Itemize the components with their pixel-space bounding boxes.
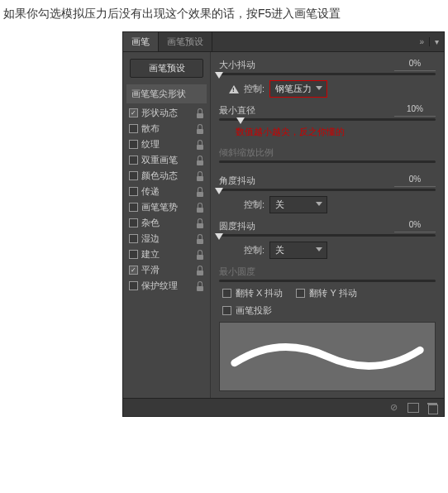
lock-icon[interactable] — [196, 281, 204, 291]
trash-icon[interactable] — [427, 403, 437, 413]
checkbox[interactable] — [129, 281, 138, 290]
sidebar-item-label: 双重画笔 — [141, 154, 193, 166]
tab-brush-presets[interactable]: 画笔预设 — [159, 32, 212, 51]
sidebar-item-5[interactable]: 传递 — [126, 184, 207, 199]
brush-tip-shape-header[interactable]: 画笔笔尖形状 — [126, 84, 207, 103]
angle-jitter-label: 角度抖动 — [219, 175, 255, 187]
sidebar-item-label: 散布 — [141, 122, 193, 135]
sidebar-item-7[interactable]: 杂色 — [126, 215, 207, 231]
size-jitter-value[interactable]: 0% — [394, 59, 436, 71]
checkbox[interactable] — [129, 250, 138, 259]
size-jitter-slider[interactable] — [219, 73, 436, 75]
roundness-jitter-value[interactable]: 0% — [394, 220, 436, 232]
tilt-scale-slider — [219, 160, 436, 163]
checkbox[interactable] — [129, 203, 138, 212]
sidebar-item-10[interactable]: ✓平滑 — [126, 262, 207, 278]
min-diameter-value[interactable]: 10% — [394, 104, 436, 117]
sidebar-item-4[interactable]: 颜色动态 — [126, 168, 207, 184]
roundness-jitter-slider[interactable] — [219, 234, 436, 237]
sidebar-item-11[interactable]: 保护纹理 — [126, 278, 207, 294]
new-preset-icon[interactable] — [407, 403, 419, 413]
flip-y-label: 翻转 Y 抖动 — [309, 287, 356, 299]
lock-icon[interactable] — [196, 250, 204, 260]
brush-projection-label: 画笔投影 — [236, 304, 272, 317]
angle-jitter-slider[interactable] — [219, 189, 436, 191]
sidebar-item-9[interactable]: 建立 — [126, 247, 207, 262]
angle-jitter-value[interactable]: 0% — [394, 175, 436, 187]
flip-x-label: 翻转 X 抖动 — [236, 287, 283, 299]
panel-titlebar: 画笔 画笔预设 » ▾ — [123, 32, 444, 52]
collapse-icon[interactable]: » — [414, 37, 429, 46]
tilt-scale-label: 倾斜缩放比例 — [219, 146, 274, 159]
sidebar-item-label: 形状动态 — [141, 107, 193, 119]
checkbox[interactable] — [129, 156, 138, 165]
checkbox[interactable] — [129, 124, 138, 133]
brush-presets-button[interactable]: 画笔预设 — [130, 59, 203, 78]
lock-icon[interactable] — [196, 140, 204, 150]
sidebar-item-label: 湿边 — [141, 232, 193, 245]
main-settings: 大小抖动0% 控制:钢笔压力 最小直径10% 数值越小越尖，反之你懂的 倾斜缩放… — [211, 52, 444, 398]
control-label-3: 控制: — [244, 244, 265, 256]
sidebar-item-8[interactable]: 湿边 — [126, 231, 207, 247]
annotation-text: 数值越小越尖，反之你懂的 — [219, 126, 436, 138]
sidebar-item-label: 保护纹理 — [141, 280, 193, 292]
lock-icon[interactable] — [196, 156, 204, 165]
sidebar-item-label: 杂色 — [141, 217, 193, 229]
sidebar: 画笔预设 画笔笔尖形状 ✓形状动态散布纹理双重画笔颜色动态传递画笔笔势杂色湿边建… — [123, 52, 211, 398]
min-roundness-slider — [219, 280, 436, 282]
sidebar-item-label: 传递 — [141, 185, 193, 198]
checkbox[interactable]: ✓ — [129, 108, 138, 117]
checkbox[interactable] — [129, 187, 138, 196]
roundness-control-select[interactable]: 关 — [269, 242, 327, 259]
lock-icon[interactable] — [196, 266, 204, 275]
control-label-2: 控制: — [244, 199, 265, 211]
lock-icon[interactable] — [196, 171, 204, 181]
checkbox[interactable] — [129, 140, 138, 149]
instruction-text: 如果你勾选模拟压力后没有出现这个效果的话，按F5进入画笔设置 — [0, 0, 448, 31]
checkbox[interactable] — [129, 218, 138, 227]
min-diameter-slider[interactable] — [219, 118, 436, 121]
angle-control-select[interactable]: 关 — [269, 196, 327, 213]
checkbox[interactable]: ✓ — [129, 266, 138, 275]
size-jitter-label: 大小抖动 — [219, 59, 255, 71]
checkbox[interactable] — [129, 171, 138, 180]
flip-y-checkbox[interactable] — [296, 289, 305, 298]
lock-icon[interactable] — [196, 203, 204, 213]
toggle-icon[interactable]: ⊘ — [388, 402, 399, 413]
sidebar-item-1[interactable]: 散布 — [126, 121, 207, 136]
flip-x-checkbox[interactable] — [222, 289, 231, 298]
lock-icon[interactable] — [196, 124, 204, 134]
control-select-pen-pressure[interactable]: 钢笔压力 — [269, 80, 327, 98]
sidebar-item-label: 建立 — [141, 248, 193, 261]
sidebar-item-label: 颜色动态 — [141, 170, 193, 182]
brush-projection-checkbox[interactable] — [222, 306, 231, 315]
lock-icon[interactable] — [196, 108, 204, 118]
min-roundness-label: 最小圆度 — [219, 266, 255, 278]
sidebar-item-3[interactable]: 双重画笔 — [126, 152, 207, 168]
sidebar-item-label: 平滑 — [141, 264, 193, 276]
lock-icon[interactable] — [196, 218, 204, 228]
control-label: 控制: — [244, 83, 265, 95]
brush-preview — [219, 322, 436, 391]
min-diameter-label: 最小直径 — [219, 104, 255, 117]
roundness-jitter-label: 圆度抖动 — [219, 220, 255, 232]
lock-icon[interactable] — [196, 234, 204, 244]
brush-panel: 画笔 画笔预设 » ▾ 画笔预设 画笔笔尖形状 ✓形状动态散布纹理双重画笔颜色动… — [122, 31, 445, 417]
warning-icon — [229, 85, 239, 93]
checkbox[interactable] — [129, 234, 138, 243]
sidebar-item-2[interactable]: 纹理 — [126, 136, 207, 152]
sidebar-item-label: 画笔笔势 — [141, 201, 193, 213]
menu-icon[interactable]: ▾ — [429, 37, 444, 46]
lock-icon[interactable] — [196, 187, 204, 197]
sidebar-item-6[interactable]: 画笔笔势 — [126, 199, 207, 215]
sidebar-item-label: 纹理 — [141, 138, 193, 151]
sidebar-item-0[interactable]: ✓形状动态 — [126, 105, 207, 121]
tab-brush[interactable]: 画笔 — [123, 32, 159, 51]
panel-footer: ⊘ — [123, 398, 444, 416]
